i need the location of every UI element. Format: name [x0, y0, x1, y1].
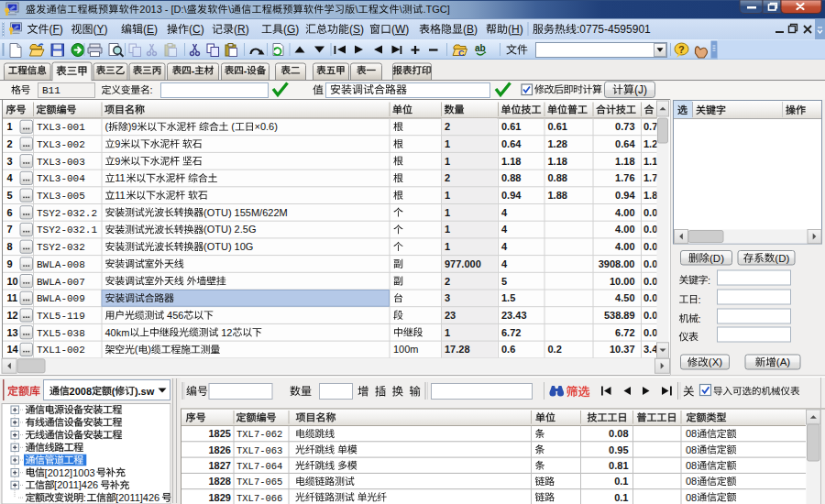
svg-text:(OTU) 2.5G: (OTU) 2.5G: [204, 224, 256, 235]
svg-text:08: 08: [686, 492, 697, 503]
svg-text::: :: [708, 275, 710, 286]
svg-text:14: 14: [7, 344, 19, 355]
svg-text:C: C: [458, 49, 465, 58]
svg-text:TXL3-001: TXL3-001: [37, 122, 85, 133]
svg-text:TXL7-066: TXL7-066: [236, 493, 282, 504]
svg-text:BWLA-009: BWLA-009: [37, 293, 85, 304]
svg-text:0.61: 0.61: [548, 121, 567, 132]
svg-text:11: 11: [115, 172, 125, 183]
svg-text:538.89: 538.89: [604, 310, 635, 321]
svg-text:8: 8: [7, 241, 13, 252]
svg-text:100m: 100m: [393, 344, 419, 355]
svg-text:(C): (C): [189, 23, 204, 36]
svg-text:23.43: 23.43: [501, 310, 527, 321]
svg-text:10.00: 10.00: [610, 276, 635, 287]
svg-text:1.18: 1.18: [548, 156, 567, 167]
svg-text:BWLA-008: BWLA-008: [37, 259, 85, 270]
svg-text:6: 6: [7, 207, 13, 218]
svg-text:2: 2: [445, 121, 450, 132]
svg-text:×0.6): ×0.6): [255, 121, 278, 132]
svg-text:1829: 1829: [209, 492, 231, 503]
svg-text:0.94: 0.94: [615, 190, 635, 201]
svg-text:(R): (R): [234, 23, 249, 36]
svg-text:[2011]426: [2011]426: [54, 479, 98, 490]
svg-text:BWLA-007: BWLA-007: [37, 277, 85, 288]
svg-text::: :: [698, 294, 701, 305]
svg-text:40km: 40km: [105, 327, 130, 338]
svg-text:3908.00: 3908.00: [599, 258, 635, 269]
svg-text:-: -: [244, 65, 248, 76]
svg-text:1: 1: [445, 138, 450, 149]
svg-text:(OTU) 10G: (OTU) 10G: [204, 241, 253, 252]
svg-text:(: (: [135, 344, 138, 355]
svg-text:(Y): (Y): [94, 23, 108, 36]
svg-text:0.08: 0.08: [609, 428, 628, 439]
svg-text:1827: 1827: [209, 460, 231, 471]
svg-text:(G): (G): [283, 23, 299, 36]
svg-text:7: 7: [7, 224, 13, 235]
svg-text:-: -: [192, 65, 195, 76]
svg-text:2: 2: [7, 138, 13, 149]
svg-text:).sw: ).sw: [135, 386, 155, 397]
svg-text:4.00: 4.00: [615, 207, 634, 218]
svg-text:0.81: 0.81: [609, 460, 628, 471]
svg-text:1825: 1825: [209, 428, 231, 439]
svg-text:(X): (X): [709, 356, 723, 367]
svg-text:4: 4: [501, 207, 508, 218]
svg-text::: :: [150, 84, 153, 95]
svg-text:0.64: 0.64: [615, 138, 635, 149]
svg-text:08: 08: [686, 476, 697, 487]
svg-text:1.8: 1.8: [644, 190, 657, 201]
svg-text:0.0: 0.0: [644, 224, 657, 235]
svg-text::0775-4595901: :0775-4595901: [577, 23, 651, 36]
svg-text:9: 9: [115, 156, 120, 167]
svg-text:[2012]1003: [2012]1003: [45, 467, 95, 478]
svg-text:0.0: 0.0: [644, 292, 657, 303]
svg-text:4.00: 4.00: [615, 241, 634, 252]
svg-text:(: (: [112, 386, 116, 397]
svg-text:5: 5: [501, 276, 507, 287]
svg-text:TSY2-032.2: TSY2-032.2: [37, 208, 97, 219]
svg-text:1.7: 1.7: [644, 172, 657, 183]
svg-text:2008: 2008: [70, 386, 92, 397]
svg-text:1.28: 1.28: [548, 138, 567, 149]
svg-text:0.7: 0.7: [644, 121, 657, 132]
svg-text:1.2: 1.2: [644, 138, 657, 149]
svg-text:4: 4: [7, 172, 14, 183]
svg-text:0.73: 0.73: [615, 121, 634, 132]
svg-text:0.2: 0.2: [548, 344, 562, 355]
svg-text:(B): (B): [463, 23, 478, 36]
svg-text:17.28: 17.28: [445, 344, 470, 355]
svg-text:1.1: 1.1: [644, 156, 657, 167]
svg-text:(J): (J): [634, 83, 647, 96]
svg-text:0.88: 0.88: [548, 172, 567, 183]
svg-text:TXL3-003: TXL3-003: [37, 157, 85, 168]
svg-text:1.88: 1.88: [548, 190, 567, 201]
svg-text:1.18: 1.18: [615, 156, 634, 167]
svg-text:9: 9: [7, 258, 13, 269]
svg-text:(H): (H): [508, 23, 523, 36]
svg-text:6.72: 6.72: [615, 327, 634, 338]
svg-text:1: 1: [445, 224, 450, 235]
svg-text:1: 1: [445, 156, 450, 167]
svg-text:1: 1: [445, 207, 450, 218]
svg-text:0.0: 0.0: [644, 241, 657, 252]
svg-text::: :: [83, 492, 86, 503]
svg-text:(OTU) 155M/622M: (OTU) 155M/622M: [204, 207, 288, 218]
svg-text:2: 2: [445, 276, 450, 287]
svg-text:2013 - [D:\: 2013 - [D:\: [139, 4, 187, 15]
svg-text:0.6: 0.6: [501, 344, 515, 355]
svg-text:0.61: 0.61: [501, 121, 521, 132]
svg-text:(: (: [105, 121, 109, 132]
svg-text:1.76: 1.76: [615, 172, 634, 183]
svg-text:0.88: 0.88: [501, 172, 521, 183]
svg-text:3.4: 3.4: [644, 344, 658, 355]
svg-text:TXL7-065: TXL7-065: [236, 477, 282, 488]
svg-text:TXL3-004: TXL3-004: [37, 173, 85, 184]
svg-text::: :: [698, 313, 701, 324]
svg-text:(: (: [228, 121, 235, 132]
svg-text:(D): (D): [710, 253, 724, 264]
svg-text:1: 1: [445, 241, 450, 252]
svg-text:?: ?: [678, 44, 685, 55]
svg-text:08: 08: [686, 460, 697, 471]
